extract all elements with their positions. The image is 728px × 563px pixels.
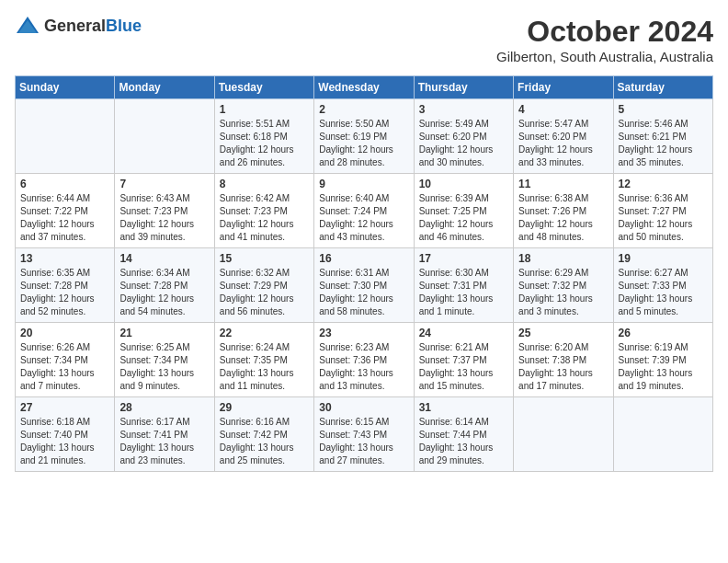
day-info: Sunrise: 6:25 AM Sunset: 7:34 PM Dayligh… [119, 341, 209, 393]
calendar-cell: 20Sunrise: 6:26 AM Sunset: 7:34 PM Dayli… [16, 323, 115, 397]
day-number: 23 [319, 327, 408, 339]
day-number: 14 [119, 252, 209, 265]
day-info: Sunrise: 6:30 AM Sunset: 7:31 PM Dayligh… [419, 267, 508, 318]
calendar-cell: 21Sunrise: 6:25 AM Sunset: 7:34 PM Dayli… [115, 323, 214, 397]
calendar-cell [613, 397, 712, 472]
day-number: 24 [419, 327, 508, 339]
calendar-week-row: 6Sunrise: 6:44 AM Sunset: 7:22 PM Daylig… [16, 174, 713, 248]
day-info: Sunrise: 5:49 AM Sunset: 6:20 PM Dayligh… [419, 118, 508, 169]
calendar-cell: 6Sunrise: 6:44 AM Sunset: 7:22 PM Daylig… [16, 174, 115, 248]
weekday-header: Friday [514, 76, 613, 99]
calendar-cell: 4Sunrise: 5:47 AM Sunset: 6:20 PM Daylig… [514, 99, 613, 174]
calendar-cell: 11Sunrise: 6:38 AM Sunset: 7:26 PM Dayli… [514, 174, 613, 248]
calendar-cell: 13Sunrise: 6:35 AM Sunset: 7:28 PM Dayli… [16, 248, 115, 323]
day-number: 6 [20, 178, 109, 190]
day-number: 27 [20, 401, 109, 414]
day-number: 1 [220, 103, 309, 116]
calendar-week-row: 13Sunrise: 6:35 AM Sunset: 7:28 PM Dayli… [16, 248, 713, 323]
day-info: Sunrise: 6:32 AM Sunset: 7:29 PM Dayligh… [220, 267, 309, 318]
calendar-cell: 9Sunrise: 6:40 AM Sunset: 7:24 PM Daylig… [314, 174, 414, 248]
title-block: October 2024 Gilberton, South Australia,… [496, 15, 713, 64]
calendar-cell [514, 397, 613, 472]
day-number: 31 [419, 401, 508, 414]
weekday-header: Monday [115, 76, 214, 99]
calendar-cell: 29Sunrise: 6:16 AM Sunset: 7:42 PM Dayli… [214, 397, 313, 472]
page-header: GeneralBlue October 2024 Gilberton, Sout… [15, 15, 713, 64]
calendar-cell: 25Sunrise: 6:20 AM Sunset: 7:38 PM Dayli… [514, 323, 613, 397]
calendar-cell: 24Sunrise: 6:21 AM Sunset: 7:37 PM Dayli… [414, 323, 513, 397]
weekday-header: Sunday [16, 76, 115, 99]
day-number: 18 [518, 252, 608, 265]
calendar-cell [16, 99, 115, 174]
day-info: Sunrise: 6:16 AM Sunset: 7:42 PM Dayligh… [220, 416, 309, 467]
calendar-cell: 12Sunrise: 6:36 AM Sunset: 7:27 PM Dayli… [613, 174, 712, 248]
calendar-cell: 22Sunrise: 6:24 AM Sunset: 7:35 PM Dayli… [214, 323, 313, 397]
day-info: Sunrise: 6:26 AM Sunset: 7:34 PM Dayligh… [20, 341, 109, 393]
day-info: Sunrise: 5:47 AM Sunset: 6:20 PM Dayligh… [518, 118, 608, 169]
calendar-cell: 28Sunrise: 6:17 AM Sunset: 7:41 PM Dayli… [115, 397, 214, 472]
day-number: 5 [619, 103, 708, 116]
day-number: 11 [518, 178, 608, 190]
day-number: 10 [419, 178, 508, 190]
calendar-cell: 23Sunrise: 6:23 AM Sunset: 7:36 PM Dayli… [314, 323, 414, 397]
day-info: Sunrise: 6:23 AM Sunset: 7:36 PM Dayligh… [319, 341, 408, 393]
day-number: 7 [119, 178, 209, 190]
day-info: Sunrise: 6:29 AM Sunset: 7:32 PM Dayligh… [518, 267, 608, 318]
weekday-header: Thursday [414, 76, 513, 99]
day-number: 17 [419, 252, 508, 265]
day-info: Sunrise: 6:15 AM Sunset: 7:43 PM Dayligh… [319, 416, 408, 467]
day-number: 15 [220, 252, 309, 265]
day-number: 29 [220, 401, 309, 414]
calendar-cell: 31Sunrise: 6:14 AM Sunset: 7:44 PM Dayli… [414, 397, 513, 472]
day-info: Sunrise: 6:20 AM Sunset: 7:38 PM Dayligh… [518, 341, 608, 393]
calendar-table: SundayMondayTuesdayWednesdayThursdayFrid… [15, 75, 713, 472]
day-info: Sunrise: 6:34 AM Sunset: 7:28 PM Dayligh… [119, 267, 209, 318]
day-info: Sunrise: 6:19 AM Sunset: 7:39 PM Dayligh… [619, 341, 708, 393]
calendar-cell: 7Sunrise: 6:43 AM Sunset: 7:23 PM Daylig… [115, 174, 214, 248]
day-info: Sunrise: 6:35 AM Sunset: 7:28 PM Dayligh… [20, 267, 109, 318]
calendar-cell: 17Sunrise: 6:30 AM Sunset: 7:31 PM Dayli… [414, 248, 513, 323]
day-info: Sunrise: 5:51 AM Sunset: 6:18 PM Dayligh… [220, 118, 309, 169]
calendar-week-row: 20Sunrise: 6:26 AM Sunset: 7:34 PM Dayli… [16, 323, 713, 397]
day-info: Sunrise: 6:42 AM Sunset: 7:23 PM Dayligh… [220, 192, 309, 244]
day-info: Sunrise: 6:24 AM Sunset: 7:35 PM Dayligh… [220, 341, 309, 393]
day-info: Sunrise: 6:21 AM Sunset: 7:37 PM Dayligh… [419, 341, 508, 393]
day-number: 19 [619, 252, 708, 265]
calendar-week-row: 27Sunrise: 6:18 AM Sunset: 7:40 PM Dayli… [16, 397, 713, 472]
weekday-header: Tuesday [214, 76, 313, 99]
calendar-cell: 10Sunrise: 6:39 AM Sunset: 7:25 PM Dayli… [414, 174, 513, 248]
day-number: 12 [619, 178, 708, 190]
calendar-cell: 8Sunrise: 6:42 AM Sunset: 7:23 PM Daylig… [214, 174, 313, 248]
day-number: 8 [220, 178, 309, 190]
day-info: Sunrise: 6:36 AM Sunset: 7:27 PM Dayligh… [619, 192, 708, 244]
day-info: Sunrise: 6:31 AM Sunset: 7:30 PM Dayligh… [319, 267, 408, 318]
day-number: 30 [319, 401, 408, 414]
weekday-header: Saturday [613, 76, 712, 99]
day-number: 22 [220, 327, 309, 339]
day-number: 4 [518, 103, 608, 116]
day-info: Sunrise: 6:43 AM Sunset: 7:23 PM Dayligh… [119, 192, 209, 244]
day-number: 16 [319, 252, 408, 265]
day-number: 20 [20, 327, 109, 339]
calendar-cell: 3Sunrise: 5:49 AM Sunset: 6:20 PM Daylig… [414, 99, 513, 174]
day-number: 26 [619, 327, 708, 339]
calendar-cell: 2Sunrise: 5:50 AM Sunset: 6:19 PM Daylig… [314, 99, 414, 174]
logo-text-general: General [44, 17, 106, 35]
calendar-week-row: 1Sunrise: 5:51 AM Sunset: 6:18 PM Daylig… [16, 99, 713, 174]
calendar-cell: 1Sunrise: 5:51 AM Sunset: 6:18 PM Daylig… [214, 99, 313, 174]
calendar-cell: 30Sunrise: 6:15 AM Sunset: 7:43 PM Dayli… [314, 397, 414, 472]
calendar-cell: 15Sunrise: 6:32 AM Sunset: 7:29 PM Dayli… [214, 248, 313, 323]
calendar-cell: 16Sunrise: 6:31 AM Sunset: 7:30 PM Dayli… [314, 248, 414, 323]
month-title: October 2024 [496, 15, 713, 49]
day-info: Sunrise: 5:50 AM Sunset: 6:19 PM Dayligh… [319, 118, 408, 169]
day-number: 9 [319, 178, 408, 190]
location-title: Gilberton, South Australia, Australia [496, 49, 713, 64]
calendar-cell: 5Sunrise: 5:46 AM Sunset: 6:21 PM Daylig… [613, 99, 712, 174]
day-info: Sunrise: 6:17 AM Sunset: 7:41 PM Dayligh… [119, 416, 209, 467]
calendar-header-row: SundayMondayTuesdayWednesdayThursdayFrid… [16, 76, 713, 99]
calendar-cell: 27Sunrise: 6:18 AM Sunset: 7:40 PM Dayli… [16, 397, 115, 472]
day-info: Sunrise: 6:14 AM Sunset: 7:44 PM Dayligh… [419, 416, 508, 467]
calendar-cell [115, 99, 214, 174]
day-info: Sunrise: 6:44 AM Sunset: 7:22 PM Dayligh… [20, 192, 109, 244]
logo-text-blue: Blue [106, 17, 142, 35]
